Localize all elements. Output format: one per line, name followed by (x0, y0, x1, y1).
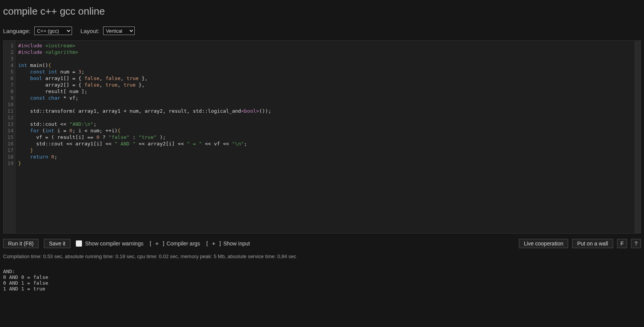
code-area[interactable]: #include <iostream>#include <algorithm> … (16, 41, 634, 233)
code-line[interactable]: #include <iostream> (18, 42, 632, 49)
code-line[interactable]: } (18, 160, 632, 167)
layout-label: Layout: (80, 28, 99, 34)
code-line[interactable]: } (18, 147, 632, 153)
line-number: 15 (5, 134, 13, 140)
toolbar: Language: C++ (gcc) Layout: Vertical (3, 27, 641, 35)
line-number: 10 (5, 101, 13, 108)
help-button[interactable]: ? (631, 239, 641, 248)
line-number: 8 (5, 88, 13, 95)
code-line[interactable]: int main(){ (18, 62, 632, 68)
line-number: 19 (5, 160, 13, 167)
line-number: 4 (5, 62, 13, 68)
language-select[interactable]: C++ (gcc) (34, 27, 72, 35)
code-line[interactable]: result[ num ]; (18, 88, 632, 95)
line-number: 9 (5, 95, 13, 101)
code-line[interactable]: std::cout << "AND:\n"; (18, 121, 632, 127)
line-number: 13 (5, 121, 13, 127)
controls-bar: Run it (F8) Save it Show compiler warnin… (3, 239, 641, 248)
page-title: compile c++ gcc online (3, 5, 641, 17)
line-number: 14 (5, 127, 13, 134)
code-editor[interactable]: 12345678910111213141516171819 #include <… (3, 40, 641, 234)
live-cooperation-button[interactable]: Live cooperation (519, 239, 569, 248)
status-line: Compilation time: 0.53 sec, absolute run… (3, 254, 641, 259)
show-input-label[interactable]: Show input (223, 240, 250, 247)
save-button[interactable]: Save it (44, 239, 70, 248)
language-label: Language: (3, 28, 30, 34)
compiler-args-label[interactable]: Compiler args (167, 240, 200, 247)
line-number: 1 (5, 42, 13, 49)
line-number: 5 (5, 68, 13, 75)
program-output: AND: 0 AND 0 = false 0 AND 1 = false 1 A… (3, 269, 641, 292)
line-number: 7 (5, 82, 13, 88)
show-warnings-label: Show compiler warnings (85, 240, 144, 247)
show-input-toggle[interactable]: [ + ] (206, 240, 222, 247)
line-number: 6 (5, 75, 13, 82)
code-line[interactable]: const char * vf; (18, 95, 632, 101)
code-line[interactable]: array2[] = { false, true, true }, (18, 82, 632, 88)
code-line[interactable]: for (int i = 0; i < num; ++i){ (18, 127, 632, 134)
code-line[interactable]: return 0; (18, 153, 632, 160)
code-line[interactable]: std::cout << array1[i] << " AND " << arr… (18, 140, 632, 147)
line-number: 12 (5, 114, 13, 121)
code-line[interactable] (18, 55, 632, 62)
line-number: 11 (5, 108, 13, 114)
code-line[interactable]: const int num = 3; (18, 68, 632, 75)
show-warnings-checkbox[interactable] (76, 240, 82, 247)
put-on-wall-button[interactable]: Put on a wall (572, 239, 613, 248)
run-button[interactable]: Run it (F8) (3, 239, 38, 248)
line-number: 3 (5, 55, 13, 62)
code-line[interactable] (18, 101, 632, 108)
code-line[interactable]: vf = ( result[i] == 0 ? "false" : "true"… (18, 134, 632, 140)
editor-scrollbar[interactable] (634, 41, 641, 233)
line-number: 2 (5, 49, 13, 55)
line-number: 17 (5, 147, 13, 153)
compiler-args-toggle[interactable]: [ + ] (149, 240, 165, 247)
code-line[interactable]: #include <algorithm> (18, 49, 632, 55)
code-line[interactable] (18, 114, 632, 121)
line-number: 18 (5, 153, 13, 160)
layout-select[interactable]: Vertical (103, 27, 135, 35)
fullscreen-button[interactable]: F (617, 239, 627, 248)
code-line[interactable]: bool array1[] = { false, false, true }, (18, 75, 632, 82)
line-number: 16 (5, 140, 13, 147)
line-number-gutter: 12345678910111213141516171819 (3, 41, 16, 233)
code-line[interactable]: std::transform( array1, array1 + num, ar… (18, 108, 632, 114)
